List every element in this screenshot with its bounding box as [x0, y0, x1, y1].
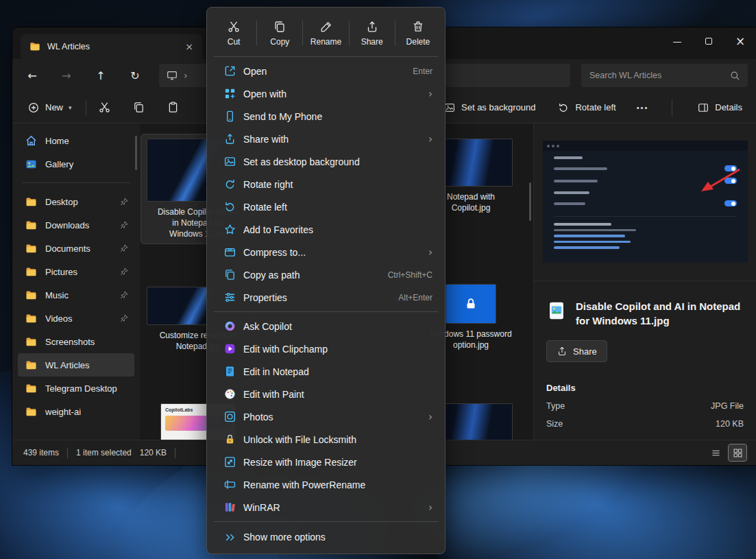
new-button[interactable]: New ▾	[21, 97, 79, 118]
rotate-left-icon	[223, 200, 239, 214]
sidebar-item-pictures[interactable]: Pictures	[18, 260, 134, 283]
share-button[interactable]: Share	[546, 340, 607, 362]
cut-icon	[227, 20, 241, 34]
search-box[interactable]	[581, 64, 748, 87]
breadcrumb-chevron-icon: ›	[184, 70, 188, 81]
share-icon	[365, 20, 379, 34]
rename-button[interactable]: Rename	[303, 12, 348, 53]
clipchamp-icon	[223, 342, 239, 356]
chevron-right-icon: ›	[428, 133, 432, 145]
compress-icon	[223, 246, 239, 259]
winrar-icon	[223, 501, 239, 514]
menu-item-edit-with-clipchamp[interactable]: Edit with Clipchamp	[210, 337, 442, 360]
close-button[interactable]: ×	[724, 27, 756, 55]
sidebar-item-weight-ai[interactable]: weight-ai	[18, 400, 134, 423]
menu-item-edit-with-paint[interactable]: Edit with Paint	[210, 383, 442, 405]
cut-icon	[98, 101, 111, 114]
sidebar-item-desktop[interactable]: Desktop	[18, 190, 134, 213]
rotate-left-icon	[557, 102, 570, 114]
menu-item-photos[interactable]: Photos ›	[210, 405, 442, 428]
menu-item-unlock-with-file-locksmith[interactable]: Unlock with File Locksmith	[210, 428, 442, 451]
copy-button[interactable]	[127, 97, 151, 119]
folder-icon	[25, 312, 38, 325]
paint-icon	[223, 388, 239, 401]
rotate-left-button[interactable]: Rotate left	[553, 98, 620, 117]
up-button[interactable]: ↑	[89, 64, 112, 86]
menu-item-set-as-desktop-background[interactable]: Set as desktop background	[210, 150, 442, 173]
sidebar-item-telegram-desktop[interactable]: Telegram Desktop	[18, 377, 134, 400]
sidebar-item-music[interactable]: Music	[18, 283, 134, 307]
folder-icon	[29, 40, 41, 53]
chevron-right-icon: ›	[428, 501, 432, 514]
tab-title: WL Articles	[47, 42, 90, 51]
share-icon	[557, 346, 568, 357]
thumbnail-view-button[interactable]	[729, 444, 746, 461]
folder-icon	[25, 359, 38, 372]
refresh-button[interactable]: ↻	[123, 64, 147, 86]
forward-button[interactable]: →	[55, 64, 78, 86]
sidebar-item-screenshots[interactable]: Screenshots	[18, 330, 134, 353]
paste-button[interactable]	[162, 97, 185, 119]
menu-item-resize-with-image-resizer[interactable]: Resize with Image Resizer	[210, 451, 442, 473]
details-pane-button[interactable]: Details	[693, 98, 746, 117]
sidebar-item-documents[interactable]: Documents	[18, 237, 134, 260]
set-as-background-button[interactable]: Set as background	[439, 98, 539, 117]
favorites-icon	[223, 223, 239, 237]
pin-icon	[119, 197, 129, 206]
sidebar-scrollbar[interactable]	[135, 136, 137, 170]
menu-item-rotate-right[interactable]: Rotate right	[210, 173, 442, 195]
tab-wl-articles[interactable]: WL Articles ×	[21, 34, 202, 59]
photos-icon	[223, 410, 239, 424]
rename-icon	[319, 20, 333, 34]
pin-icon	[119, 243, 129, 253]
selection-size: 120 KB	[140, 448, 167, 457]
folder-icon	[25, 335, 38, 348]
back-button[interactable]: ←	[21, 64, 44, 86]
menu-item-open-with[interactable]: Open with ›	[210, 82, 442, 105]
menu-item-rotate-left[interactable]: Rotate left	[210, 195, 442, 218]
lock-icon	[463, 296, 478, 311]
resizer-icon	[223, 455, 239, 469]
menu-item-properties[interactable]: Properties Alt+Enter	[210, 286, 442, 309]
menu-item-send-to-my-phone[interactable]: Send to My Phone	[210, 105, 442, 128]
sidebar-item-downloads[interactable]: Downloads	[18, 213, 134, 237]
copy-icon	[273, 20, 286, 34]
minimize-button[interactable]: —	[661, 27, 693, 55]
notepad-icon	[223, 365, 239, 379]
details-pane-icon	[697, 102, 709, 114]
file-grid-scrollbar[interactable]	[529, 182, 531, 221]
sidebar-item-home[interactable]: Home	[18, 129, 134, 152]
menu-item-rename-with-powerrename[interactable]: Rename with PowerRename	[210, 473, 442, 496]
paste-icon	[167, 101, 180, 114]
menu-item-ask-copilot[interactable]: Ask Copilot	[210, 315, 442, 337]
menu-item-copy-as-path[interactable]: Copy as path Ctrl+Shift+C	[210, 263, 442, 286]
chevron-right-icon: ›	[428, 411, 432, 423]
list-view-button[interactable]	[707, 444, 724, 461]
sidebar-item-wl-articles[interactable]: WL Articles	[18, 353, 134, 377]
sidebar-item-gallery[interactable]: Gallery	[18, 152, 134, 176]
menu-item-winrar[interactable]: WinRAR ›	[210, 496, 442, 519]
this-pc-icon	[166, 69, 178, 82]
cut-button[interactable]	[93, 97, 117, 119]
sidebar-item-videos[interactable]: Videos	[18, 307, 134, 330]
navigation-sidebar: Home Gallery Desktop Downloads Documents	[12, 123, 140, 440]
menu-item-show-more-options[interactable]: Show more options	[210, 525, 442, 549]
open-with-icon	[223, 87, 239, 101]
preview-image	[543, 141, 748, 263]
cut-button[interactable]: Cut	[211, 12, 256, 53]
more-options-button[interactable]: •••	[634, 104, 652, 112]
menu-item-compress-to[interactable]: Compress to... ›	[210, 241, 442, 263]
wallpaper-icon	[223, 155, 239, 169]
maximize-button[interactable]	[693, 27, 724, 55]
tab-close-button[interactable]: ×	[183, 40, 195, 53]
menu-item-edit-in-notepad[interactable]: Edit in Notepad	[210, 360, 442, 383]
copy-button[interactable]: Copy	[257, 12, 302, 53]
delete-button[interactable]: Delete	[395, 12, 441, 53]
search-input[interactable]	[589, 71, 729, 80]
delete-icon	[411, 20, 425, 34]
menu-item-add-to-favorites[interactable]: Add to Favorites	[210, 218, 442, 241]
menu-item-share-with[interactable]: Share with ›	[210, 128, 442, 150]
folder-icon	[25, 195, 38, 209]
menu-item-open[interactable]: Open Enter	[210, 60, 442, 82]
share-button[interactable]: Share	[350, 12, 395, 53]
